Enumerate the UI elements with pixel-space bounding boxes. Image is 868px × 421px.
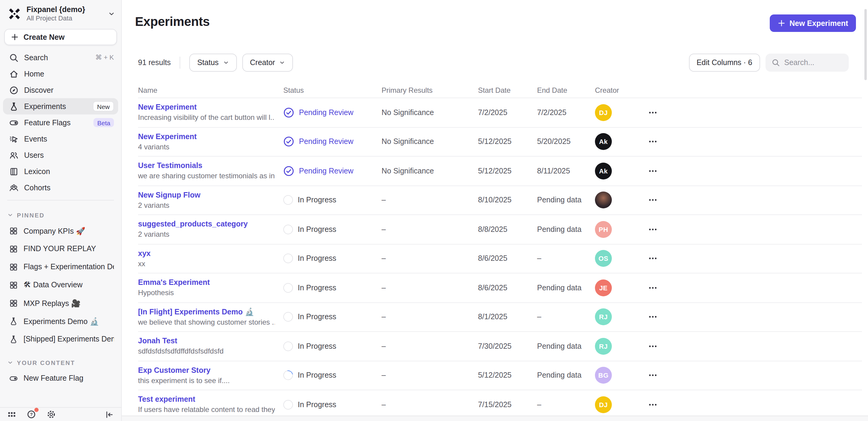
row-menu-button[interactable]: [648, 108, 672, 118]
experiment-name-link[interactable]: Emma's Experiment: [138, 279, 275, 287]
apps-grid-icon[interactable]: [7, 410, 16, 419]
fixpanel-logo-icon: [7, 6, 22, 21]
table-row[interactable]: Test experiment If users have relatable …: [138, 390, 862, 419]
status-filter-button[interactable]: Status: [189, 54, 237, 72]
start-date: 8/6/2025: [478, 255, 537, 263]
creator-avatar-photo[interactable]: [595, 192, 612, 209]
help-icon[interactable]: ?: [27, 410, 36, 419]
sidebar-item-cohorts[interactable]: Cohorts: [3, 180, 118, 196]
status-in-progress-icon: [283, 342, 293, 351]
creator-avatar[interactable]: JE: [595, 280, 612, 296]
sidebar-item-experiments[interactable]: Experiments New: [3, 98, 118, 115]
pinned-section-header[interactable]: PINNED: [0, 208, 121, 222]
pinned-item-label: Company KPIs 🚀: [24, 226, 85, 235]
sidebar-divider: [7, 200, 114, 200]
sidebar-item-events[interactable]: Events: [3, 131, 118, 147]
edit-columns-button[interactable]: Edit Columns · 6: [689, 54, 760, 72]
row-menu-button[interactable]: [648, 166, 672, 176]
primary-results: No Significance: [381, 138, 478, 146]
creator-avatar[interactable]: RJ: [595, 309, 612, 326]
row-menu-button[interactable]: [648, 254, 672, 263]
experiment-name-link[interactable]: suggested_products_category: [138, 220, 275, 229]
sidebar-item-discover[interactable]: Discover: [3, 82, 118, 98]
creator-avatar[interactable]: Ak: [595, 133, 612, 150]
svg-text:?: ?: [30, 412, 33, 417]
column-header-end-date: End Date: [537, 86, 595, 94]
status-in-progress-icon: [283, 283, 293, 293]
experiment-name-link[interactable]: Test experiment: [138, 395, 275, 404]
pinned-item-find-your-replay[interactable]: FIND YOUR REPLAY: [3, 240, 118, 258]
workspace-name: Fixpanel {demo}: [27, 5, 103, 14]
creator-avatar[interactable]: DJ: [595, 396, 612, 413]
row-menu-button[interactable]: [648, 195, 672, 205]
creator-avatar[interactable]: OS: [595, 250, 612, 267]
board-icon: [9, 226, 18, 235]
search-input[interactable]: [784, 58, 843, 67]
creator-filter-button[interactable]: Creator: [242, 54, 293, 72]
row-menu-button[interactable]: [648, 312, 672, 322]
pinned-item-experiments-demo[interactable]: Experiments Demo 🔬: [3, 312, 118, 330]
sidebar-item-home[interactable]: Home: [3, 66, 118, 82]
creator-avatar[interactable]: RJ: [595, 338, 612, 355]
experiment-description: Hypothesis: [138, 289, 275, 297]
sidebar-item-search[interactable]: Search ⌘ + K: [3, 50, 118, 66]
experiment-name-link[interactable]: xyx: [138, 249, 275, 258]
pinned-item-label: FIND YOUR REPLAY: [24, 245, 96, 253]
search-icon: [772, 58, 780, 67]
table-row[interactable]: New Experiment Increasing visibility of …: [138, 98, 862, 127]
cursor-icon: [9, 134, 19, 144]
experiment-name-link[interactable]: [In Flight] Experiments Demo 🔬: [138, 307, 275, 317]
row-menu-button[interactable]: [648, 342, 672, 351]
pinned-item-data-overview[interactable]: 🛠 Data Overview: [3, 276, 118, 294]
sidebar-item-users[interactable]: Users: [3, 147, 118, 163]
experiment-name-link[interactable]: Jonah Test: [138, 337, 275, 346]
your-content-section-header[interactable]: YOUR CONTENT: [0, 356, 121, 369]
creator-avatar[interactable]: Ak: [595, 163, 612, 180]
experiment-name-link[interactable]: New Experiment: [138, 132, 275, 141]
table-row[interactable]: xyx xx In Progress – 8/6/2025 – OS: [138, 244, 862, 273]
experiment-name-link[interactable]: New Signup Flow: [138, 191, 275, 199]
row-menu-button[interactable]: [648, 283, 672, 293]
status-in-progress-icon: [283, 254, 293, 263]
sidebar: Fixpanel {demo} All Project Data Create …: [0, 0, 122, 421]
sidebar-item-feature-flags[interactable]: Feature Flags Beta: [3, 115, 118, 131]
table-row[interactable]: New Signup Flow 2 variants In Progress –…: [138, 185, 862, 215]
table-row[interactable]: suggested_products_category 2 variants I…: [138, 215, 862, 244]
pinned-item-company-kpis[interactable]: Company KPIs 🚀: [3, 222, 118, 240]
creator-avatar[interactable]: PH: [595, 221, 612, 238]
your-content-item-new-feature-flag[interactable]: New Feature Flag: [3, 369, 118, 387]
gear-icon[interactable]: [46, 410, 56, 419]
table-row[interactable]: New Experiment 4 variants Pending Review…: [138, 127, 862, 156]
create-new-button[interactable]: Create New: [4, 29, 117, 45]
creator-avatar[interactable]: DJ: [595, 104, 612, 121]
new-badge: New: [93, 101, 114, 111]
table-row[interactable]: Jonah Test sdfdsfdsfsdfdffdfdsfsdfdsfd I…: [138, 331, 862, 360]
table-row[interactable]: User Testimonials we are sharing custome…: [138, 156, 862, 185]
table-row[interactable]: [In Flight] Experiments Demo 🔬 we believ…: [138, 302, 862, 331]
pinned-item-label: 🛠 Data Overview: [24, 281, 83, 289]
toggle-icon: [9, 118, 19, 127]
new-experiment-button[interactable]: New Experiment: [770, 14, 856, 32]
creator-avatar[interactable]: BG: [595, 367, 612, 384]
experiment-name-link[interactable]: Exp Customer Story: [138, 366, 275, 375]
end-date: 5/20/2025: [537, 138, 595, 146]
collapse-sidebar-icon[interactable]: [105, 410, 114, 419]
table-row[interactable]: Exp Customer Story this experiment is to…: [138, 360, 862, 390]
sidebar-item-lexicon[interactable]: Lexicon: [3, 163, 118, 180]
search-box[interactable]: [766, 54, 849, 72]
row-menu-button[interactable]: [648, 225, 672, 234]
sidebar-nav: Search ⌘ + K Home Discover Experiments N…: [0, 50, 121, 196]
vertical-scrollbar[interactable]: [864, 9, 867, 80]
experiment-description: 2 variants: [138, 230, 275, 239]
pinned-item-mxp-replays[interactable]: MXP Replays 🎥: [3, 294, 118, 312]
workspace-switcher[interactable]: Fixpanel {demo} All Project Data: [0, 0, 121, 25]
experiment-name-link[interactable]: New Experiment: [138, 103, 275, 112]
row-menu-button[interactable]: [648, 371, 672, 380]
pinned-item-flags-experimentation-demo[interactable]: Flags + Experimentation Demo: [3, 258, 118, 276]
pinned-item-label: MXP Replays 🎥: [24, 298, 81, 307]
table-row[interactable]: Emma's Experiment Hypothesis In Progress…: [138, 273, 862, 302]
row-menu-button[interactable]: [648, 400, 672, 410]
pinned-item-shipped-experiments-demo[interactable]: [Shipped] Experiments Demo 🖊: [3, 330, 118, 348]
experiment-name-link[interactable]: User Testimonials: [138, 162, 275, 170]
row-menu-button[interactable]: [648, 137, 672, 147]
